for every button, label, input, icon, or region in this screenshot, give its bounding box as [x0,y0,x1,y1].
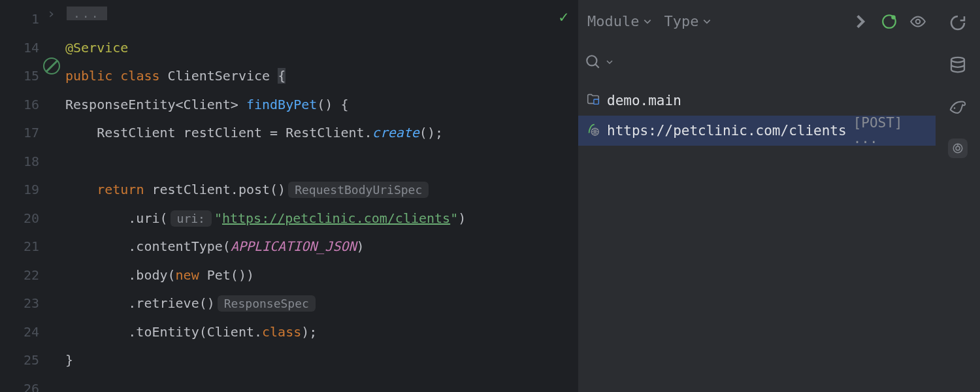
folder-icon [586,92,600,110]
eye-icon[interactable] [909,13,926,30]
gradle-icon[interactable] [948,97,968,116]
code-line: ResponseEntity<Client> findByPet() { [62,91,578,120]
svg-point-6 [951,57,964,63]
code-line [62,148,578,176]
svg-point-9 [956,146,960,150]
code-line: @Service [62,34,578,63]
code-line [62,5,578,34]
line-number[interactable]: 19 [0,176,62,204]
line-number[interactable]: 22 [0,261,62,290]
code-line: return restClient.post()RequestBodyUriSp… [62,176,578,204]
line-number[interactable]: 16 [0,91,62,120]
line-number[interactable]: 1 [0,5,62,34]
expand-icon[interactable] [852,13,869,30]
code-line: .uri(uri:"https://petclinic.com/clients"… [62,204,578,233]
line-number[interactable]: 25 [0,346,62,375]
endpoints-list: demo.main https://petclinic.com/clients … [578,82,936,146]
endpoint-item[interactable]: https://petclinic.com/clients [POST] ... [578,116,936,146]
code-line: .retrieve()ResponseSpec [62,289,578,318]
refresh-icon[interactable] [948,13,968,33]
svg-rect-4 [594,99,598,104]
endpoints-panel: Module Type demo.main https://petclinic.… [578,0,936,392]
openapi-icon[interactable] [881,13,898,30]
type-dropdown[interactable]: Type [664,13,711,29]
right-toolbar [936,0,980,392]
code-line: public class ClientService { [62,62,578,91]
svg-point-3 [587,56,596,65]
code-editor[interactable]: ✓ ... @Service public class ClientServic… [62,0,578,392]
inlay-hint: RequestBodyUriSpec [288,182,429,198]
line-number[interactable]: 26 [0,375,62,393]
line-number[interactable]: 23 [0,289,62,318]
code-line: .toEntity(Client.class); [62,318,578,347]
module-dropdown[interactable]: Module [587,13,652,29]
line-number[interactable]: 14 [0,34,62,63]
inlay-hint: uri: [171,210,212,227]
line-number[interactable]: 20 [0,204,62,233]
svg-point-2 [916,19,921,24]
search-icon [585,54,602,71]
module-item[interactable]: demo.main [578,86,936,116]
code-line: .body(new Pet()) [62,261,578,290]
line-number[interactable]: 21 [0,233,62,261]
code-line: .contentType(APPLICATION_JSON) [62,233,578,261]
endpoints-tool-icon[interactable] [948,139,968,158]
line-number[interactable]: 15 [0,62,62,91]
gutter: › 1 14 15 16 17 18 19 20 21 22 23 24 25 … [0,0,62,392]
search-row[interactable] [578,42,936,82]
chevron-down-icon[interactable] [606,58,613,66]
globe-icon [586,122,600,140]
line-number[interactable]: 18 [0,148,62,176]
svg-point-7 [954,107,956,109]
code-line: } [62,346,578,375]
database-icon[interactable] [948,55,968,74]
fold-placeholder[interactable]: ... [67,7,107,20]
inspection-ok-icon[interactable]: ✓ [559,8,568,26]
code-line: RestClient restClient = RestClient.creat… [62,119,578,148]
line-number[interactable]: 24 [0,318,62,347]
svg-point-1 [891,15,896,20]
inlay-hint: ResponseSpec [218,295,316,312]
line-number[interactable]: 17 [0,119,62,148]
panel-header: Module Type [578,0,936,42]
